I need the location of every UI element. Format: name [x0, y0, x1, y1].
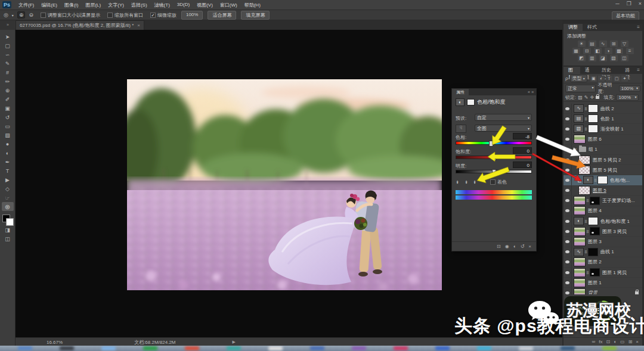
brush-tool[interactable]: ✐ — [2, 95, 14, 104]
properties-tab[interactable]: 属性 — [452, 89, 469, 95]
window-close-button[interactable]: × — [639, 1, 642, 7]
layer-thumbnail[interactable] — [578, 166, 590, 175]
taskbar-app-icon[interactable] — [477, 346, 491, 350]
document-tab[interactable]: 62T70035.psd @ 16.7% (色相/饱和度 2, 图层蒙版/8) … — [16, 20, 144, 30]
visibility-eye-icon[interactable] — [565, 128, 569, 131]
opacity-dropdown[interactable]: 100% ▾ — [619, 85, 640, 92]
clip-to-layer-icon[interactable]: ⊡ — [497, 244, 501, 249]
layer-mask-thumbnail[interactable] — [588, 125, 598, 133]
layer-name[interactable]: 图层 5 — [593, 187, 606, 194]
layer-name[interactable]: 图层 5 拷贝 — [593, 167, 617, 173]
adjustment-thumbnail[interactable]: ▧ — [574, 125, 584, 133]
layer-thumbnail[interactable] — [574, 257, 586, 266]
option-button[interactable]: 适合屏幕 — [208, 11, 236, 20]
panel-collapse-corner[interactable]: » — [0, 20, 16, 30]
tab-样式[interactable]: 样式 — [583, 24, 602, 31]
layer-row[interactable]: ▧8渐变映射 1 — [564, 124, 642, 134]
mask-thumbnail-icon[interactable] — [467, 99, 475, 105]
visibility-eye-icon[interactable] — [565, 189, 569, 192]
fill-dropdown[interactable]: 100% ▾ — [616, 94, 639, 101]
adjustment-thumbnail[interactable]: ∿ — [574, 248, 584, 256]
light-value-box[interactable]: 0 — [513, 161, 532, 168]
visibility-eye-icon[interactable] — [565, 148, 569, 151]
option-checkbox[interactable]: 调整窗口大小以满屏显示 — [41, 12, 100, 18]
move-tool[interactable]: ➤ — [2, 32, 14, 41]
layer-mask-thumbnail[interactable] — [588, 217, 598, 225]
window-minimize-button[interactable]: ─ — [615, 1, 619, 7]
adjustment-levels-icon[interactable]: ▤ — [589, 41, 596, 47]
canvas-photo[interactable] — [127, 79, 442, 290]
layer-mask-thumbnail[interactable] — [590, 268, 600, 277]
adjustment-curves-icon[interactable]: ∿ — [599, 41, 607, 47]
layer-row[interactable]: 图层 5 — [564, 186, 642, 196]
healing-brush-tool[interactable]: ⊕ — [2, 86, 14, 95]
visibility-eye-icon[interactable] — [565, 250, 569, 253]
adjustment-color-balance-icon[interactable]: ⊟ — [583, 48, 591, 54]
eye-cell[interactable] — [564, 196, 572, 206]
window-restore-button[interactable]: ❐ — [627, 1, 631, 7]
quick-mask-tool[interactable]: ◨ — [2, 225, 14, 234]
adjustment-selective-color-icon[interactable]: ◫ — [621, 55, 628, 61]
layer-thumbnail[interactable] — [574, 237, 586, 246]
preset-dropdown[interactable]: 自定 ▾ — [475, 114, 532, 121]
layer-name[interactable]: 图层 4 — [588, 207, 602, 214]
adjustment-gradient-map-icon[interactable]: ▧ — [610, 55, 618, 61]
layer-row[interactable]: 背景 — [564, 288, 642, 294]
new-layer-icon[interactable]: ⊞ — [628, 339, 633, 344]
close-document-icon[interactable]: × — [137, 23, 140, 28]
layer-row[interactable]: 图层 1 — [564, 278, 642, 288]
visibility-eye-icon[interactable] — [565, 291, 569, 294]
reset-adjustment-icon[interactable]: ↺ — [521, 244, 525, 249]
visibility-eye-icon[interactable] — [565, 281, 569, 284]
eye-cell[interactable] — [564, 145, 572, 154]
taskbar-app-icon[interactable] — [227, 346, 241, 350]
eye-cell[interactable] — [564, 124, 572, 133]
layer-thumbnail[interactable] — [574, 135, 586, 144]
channel-dropdown[interactable]: 全图 ▾ — [475, 125, 532, 132]
filter-pick-icon[interactable]: ρ — [565, 76, 568, 81]
layer-row[interactable]: 图层 2 — [564, 257, 642, 268]
layer-style-icon[interactable]: fx — [599, 339, 602, 344]
sat-slider-thumb[interactable] — [492, 155, 496, 161]
new-adjustment-icon[interactable]: ◐ — [614, 339, 617, 344]
dodge-tool[interactable]: ◐ — [2, 148, 14, 157]
blur-tool[interactable]: ● — [2, 139, 14, 148]
tab-历史记录[interactable]: 历史记录 — [597, 67, 621, 74]
path-select-tool[interactable]: ▶ — [2, 175, 14, 184]
visibility-eye-icon[interactable] — [565, 159, 569, 161]
layer-row[interactable]: 8图层 1 拷贝 — [564, 268, 642, 278]
eye-cell[interactable] — [564, 114, 572, 123]
status-flyout-icon[interactable]: ▶ — [233, 340, 236, 344]
colorize-checkbox[interactable]: 着色 — [490, 179, 507, 185]
filter-type-icon[interactable]: T — [606, 76, 612, 82]
eraser-tool[interactable]: ▭ — [2, 122, 14, 131]
layer-name[interactable]: 渐变映射 1 — [600, 126, 624, 132]
panel-menu-icon[interactable]: ≡ — [637, 67, 642, 74]
layer-row[interactable]: 8王子麦梦幻场... — [564, 196, 642, 206]
menu-item[interactable]: 文件(F) — [15, 2, 38, 8]
adjustment-color-lookup-icon[interactable]: ≡ — [626, 48, 634, 54]
layer-thumbnail[interactable] — [574, 196, 586, 205]
link-layers-icon[interactable]: ∞ — [592, 339, 596, 344]
eye-cell[interactable] — [564, 104, 572, 113]
gradient-tool[interactable]: ▨ — [2, 131, 14, 139]
visibility-eye-icon[interactable] — [565, 138, 569, 141]
eye-cell[interactable] — [564, 165, 572, 175]
hand-tool[interactable]: ☞ — [2, 193, 14, 202]
menu-item[interactable]: 图层(L) — [82, 2, 104, 8]
taskbar-app-icon[interactable] — [352, 346, 366, 350]
menu-item[interactable]: 文字(Y) — [104, 2, 128, 8]
layer-mask-thumbnail[interactable] — [588, 248, 598, 256]
workspace-switcher[interactable]: 基本功能 — [612, 11, 639, 20]
eye-cell[interactable] — [564, 237, 572, 246]
option-checkbox[interactable]: ✓细微缩放 — [150, 12, 177, 18]
menu-item[interactable]: 视图(V) — [193, 2, 216, 8]
tab-图层[interactable]: 图层 — [564, 67, 580, 74]
eyedropper-minus-icon[interactable]: ✒ — [472, 180, 478, 184]
option-button[interactable]: 填充屏幕 — [241, 11, 270, 20]
taskbar-app-icon[interactable] — [435, 346, 450, 350]
history-brush-tool[interactable]: ↺ — [2, 113, 14, 122]
menu-item[interactable]: 滤镜(T) — [151, 2, 174, 8]
adjustment-black-white-icon[interactable]: ◧ — [594, 48, 602, 54]
eye-cell[interactable] — [564, 135, 572, 144]
